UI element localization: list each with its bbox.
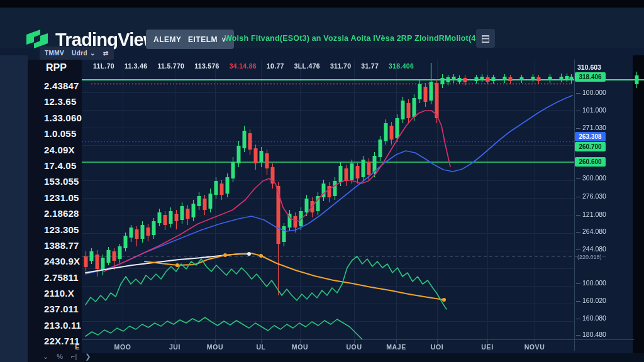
left-price-label: 1388.77 bbox=[44, 241, 82, 250]
ohlc-value-strip: 11L.7011.3.4611.5.770113.57634.14.8610.7… bbox=[93, 62, 414, 70]
time-axis-label: UOU bbox=[346, 343, 362, 351]
bottom-toolbar: ⌄%⌐|❯ bbox=[43, 352, 91, 361]
price-tick-label: 160.080 bbox=[576, 314, 606, 322]
price-tick-label: 271.030 bbox=[576, 124, 606, 131]
time-axis-label: UL bbox=[256, 343, 265, 351]
price-tick-label: 100.000 bbox=[576, 279, 606, 287]
ohlc-value: 11.5.770 bbox=[157, 62, 184, 70]
top-black-bar bbox=[0, 0, 644, 8]
tab-item-1[interactable]: Udrd⌄ bbox=[72, 50, 96, 57]
price-tick-label: 100.000 bbox=[576, 89, 606, 96]
price-tick-label: 300.000 bbox=[576, 174, 606, 182]
left-price-label: 1231.05 bbox=[44, 193, 82, 202]
tab-item-0[interactable]: TMMV bbox=[45, 50, 64, 57]
ohlc-value: 34.14.86 bbox=[230, 62, 257, 70]
chart-title-text: Wolsh Fitvand(ESOt3) an Vozsla Aoita IVè… bbox=[225, 34, 492, 43]
time-axis-label: MOU bbox=[292, 343, 308, 351]
bottom-strip bbox=[82, 353, 644, 362]
time-axis-label: MOU bbox=[207, 343, 223, 351]
tab-item-label: Udrd bbox=[72, 50, 87, 57]
header-button-label: EITELM bbox=[188, 35, 218, 44]
axis-top-value: 310.603 bbox=[577, 63, 601, 71]
left-price-label: 2430.9X bbox=[44, 256, 82, 266]
price-badge-green: 318.406 bbox=[575, 72, 606, 82]
left-price-label: 24.09X bbox=[44, 145, 82, 155]
price-tick-label: 121.080 bbox=[576, 211, 606, 218]
left-price-label: 2.18628 bbox=[44, 209, 82, 218]
time-axis-label: UOI bbox=[431, 343, 443, 351]
price-badge-blue: 263.308 bbox=[575, 132, 606, 141]
price-badge-green: 260.600 bbox=[575, 157, 606, 167]
left-price-label: 2110.X bbox=[44, 288, 82, 298]
price-badge-green: 260.700 bbox=[575, 142, 606, 151]
ohlc-value: 11.3.46 bbox=[125, 62, 148, 70]
ohlc-value: 318.406 bbox=[389, 62, 414, 70]
watchlist-panel-button[interactable]: ▤ bbox=[476, 29, 495, 48]
chevron-down-icon: ⌄ bbox=[90, 50, 96, 57]
caret-down-icon[interactable]: ⌄ bbox=[43, 352, 48, 361]
chart-tab-bar: TMMVUdrd⌄⇄ bbox=[40, 47, 114, 60]
ohlc-value: 10.77 bbox=[267, 62, 284, 70]
left-price-label: 2.75811 bbox=[44, 273, 82, 282]
price-tick-label: 276.030 bbox=[576, 192, 606, 200]
tab-item-2[interactable]: ⇄ bbox=[103, 50, 109, 57]
price-tick-label: 264.080 bbox=[576, 228, 606, 235]
watchlist-icon: ▤ bbox=[481, 33, 490, 44]
time-axis-label: E bbox=[75, 343, 80, 351]
left-price-label: 237.011 bbox=[44, 304, 82, 314]
price-tick-label: 101.000 bbox=[576, 106, 606, 114]
left-price-label: 123.305 bbox=[44, 225, 82, 234]
dashed-price-label: (220.018) bbox=[577, 254, 602, 260]
left-price-label: 1.0.055 bbox=[44, 129, 82, 138]
ohlc-value: 31.77 bbox=[361, 62, 379, 70]
arrow-right-icon[interactable]: ❯ bbox=[85, 352, 91, 361]
symbol-label: RPP bbox=[46, 62, 67, 74]
percent-icon[interactable]: % bbox=[57, 352, 63, 361]
time-axis-label: UEI bbox=[481, 343, 493, 351]
left-price-label: 2.43847 bbox=[44, 81, 82, 90]
tab-item-label: TMMV bbox=[45, 50, 64, 57]
tradingview-app: TradingView ALEMYEITELM∨ Wolsh Fitvand(E… bbox=[0, 0, 644, 362]
left-sidebar-strip bbox=[0, 55, 28, 362]
left-price-labels: 2.4384712.3.651.33.0601.0.05524.09X17.4.… bbox=[44, 81, 82, 346]
ohlc-value: 113.576 bbox=[194, 62, 219, 70]
header-button-label: ALEMY bbox=[153, 35, 182, 44]
price-tick-label: 180.480 bbox=[576, 331, 606, 338]
time-axis-label: MAJE bbox=[386, 343, 406, 351]
ohlc-value: 3LL.476 bbox=[294, 62, 320, 70]
time-axis-label: NOVU bbox=[525, 343, 545, 351]
left-price-label: 17.4.05 bbox=[44, 161, 82, 170]
left-price-label: 1.33.060 bbox=[44, 113, 82, 123]
time-axis-label: JUI bbox=[169, 343, 180, 351]
log-scale-icon[interactable]: ⌐| bbox=[71, 352, 77, 361]
ohlc-value: 11L.70 bbox=[93, 62, 114, 70]
tab-item-label: ⇄ bbox=[103, 50, 109, 57]
left-price-label: 153.055 bbox=[44, 177, 82, 186]
price-tick-label: 244.080 bbox=[576, 245, 606, 253]
time-axis-label: MOO bbox=[114, 343, 131, 351]
left-price-label: 12.3.65 bbox=[44, 97, 82, 106]
ohlc-value: 311.70 bbox=[330, 62, 351, 70]
price-tick-label: 160.020 bbox=[576, 297, 606, 304]
left-price-label: 213.0.11 bbox=[44, 321, 82, 330]
